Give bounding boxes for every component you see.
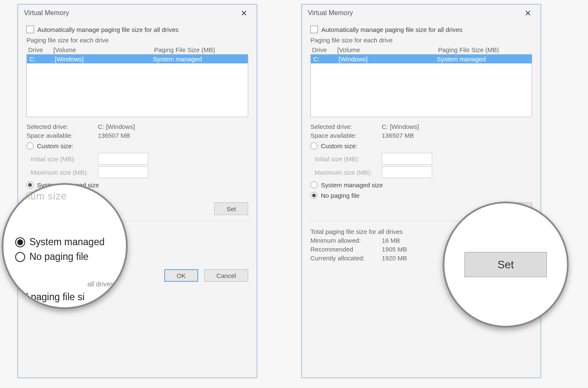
col-size-header: Paging File Size (MB) — [154, 46, 247, 53]
currently-allocated-label: Currently allocated: — [310, 254, 382, 262]
auto-manage-checkbox[interactable] — [26, 26, 34, 33]
initial-size-label: Initial size (MB): — [31, 155, 98, 163]
recommended-value: 1905 MB — [382, 246, 407, 253]
drive-volume: [Windows] — [55, 55, 153, 63]
col-volume-header: [Volume — [53, 46, 154, 53]
radio-no-paging[interactable] — [310, 192, 318, 199]
currently-allocated-value: 1920 MB — [382, 254, 407, 262]
min-allowed-label: Minimum allowed: — [310, 237, 382, 244]
space-available-value: 136507 MB — [382, 132, 414, 139]
max-size-label: Maximum size (MB): — [31, 169, 98, 176]
selected-drive-label: Selected drive: — [310, 123, 382, 130]
col-drive-header: Drive — [28, 46, 53, 53]
space-available-label: Space available: — [310, 132, 382, 139]
mag-radio-no-paging[interactable] — [15, 252, 25, 262]
titlebar: Virtual Memory ✕ — [302, 5, 541, 21]
drive-row-c[interactable]: C: [Windows] System managed — [311, 55, 532, 63]
selected-drive-label: Selected drive: — [26, 123, 98, 130]
initial-size-label: Initial size (MB): — [315, 155, 382, 163]
close-icon[interactable]: ✕ — [237, 8, 251, 18]
mag-no-paging-label: No paging file — [29, 251, 89, 262]
drive-listbox[interactable]: C: [Windows] System managed — [26, 54, 248, 117]
magnifier-left: ximum size System managed No paging file… — [2, 183, 128, 309]
drive-size: System managed — [153, 55, 245, 63]
selected-drive-value: C: [Windows] — [382, 123, 419, 130]
magnifier-right: Set — [443, 202, 569, 328]
no-paging-label: No paging file — [321, 192, 360, 199]
mag-fragment-all-drives: all drives — [87, 281, 114, 288]
radio-system-managed[interactable] — [310, 181, 318, 189]
max-size-input[interactable] — [98, 166, 148, 178]
auto-manage-label: Automatically manage paging file size fo… — [321, 26, 462, 33]
system-managed-label: System managed size — [321, 181, 383, 189]
initial-size-input[interactable] — [98, 153, 148, 165]
custom-size-label: Custom size: — [37, 142, 74, 149]
custom-size-label: Custom size: — [321, 142, 357, 149]
space-available-value: 136507 MB — [98, 132, 130, 139]
drive-list-headers: Drive [Volume Paging File Size (MB) — [28, 46, 247, 53]
drive-letter: C: — [313, 55, 339, 63]
col-volume-header: [Volume — [337, 46, 438, 53]
mag-radio-system-managed[interactable] — [15, 237, 25, 247]
set-button[interactable]: Set — [214, 202, 248, 215]
titlebar: Virtual Memory ✕ — [18, 5, 257, 21]
cancel-button[interactable]: Cancel — [204, 269, 248, 282]
max-size-label: Maximum size (MB): — [315, 169, 382, 176]
mag-set-button[interactable]: Set — [465, 252, 547, 277]
min-allowed-value: 16 MB — [382, 237, 400, 244]
radio-system-managed[interactable] — [26, 181, 34, 189]
recommended-label: Recommended — [310, 246, 382, 253]
drive-letter: C: — [29, 55, 55, 63]
initial-size-input[interactable] — [382, 153, 432, 165]
drive-size: System managed — [437, 55, 529, 63]
close-icon[interactable]: ✕ — [521, 8, 535, 18]
ok-button[interactable]: OK — [164, 269, 199, 282]
dialog-title: Virtual Memory — [24, 9, 69, 17]
col-size-header: Paging File Size (MB) — [438, 46, 530, 53]
group-label: Paging file size for each drive — [26, 37, 248, 44]
dialog-title: Virtual Memory — [308, 9, 353, 17]
auto-manage-label: Automatically manage paging file size fo… — [37, 26, 178, 33]
auto-manage-checkbox[interactable] — [310, 26, 318, 33]
drive-row-c[interactable]: C: [Windows] System managed — [27, 55, 248, 63]
group-label: Paging file size for each drive — [310, 37, 532, 44]
max-size-input[interactable] — [382, 166, 432, 178]
col-drive-header: Drive — [312, 46, 337, 53]
radio-custom-size[interactable] — [26, 142, 34, 149]
drive-list-headers: Drive [Volume Paging File Size (MB) — [312, 46, 530, 53]
mag-system-managed-label: System managed — [29, 236, 105, 248]
selected-drive-value: C: [Windows] — [98, 123, 135, 130]
radio-custom-size[interactable] — [310, 142, 318, 149]
drive-listbox[interactable]: C: [Windows] System managed — [310, 54, 532, 117]
drive-volume: [Windows] — [339, 55, 437, 63]
space-available-label: Space available: — [26, 132, 98, 139]
